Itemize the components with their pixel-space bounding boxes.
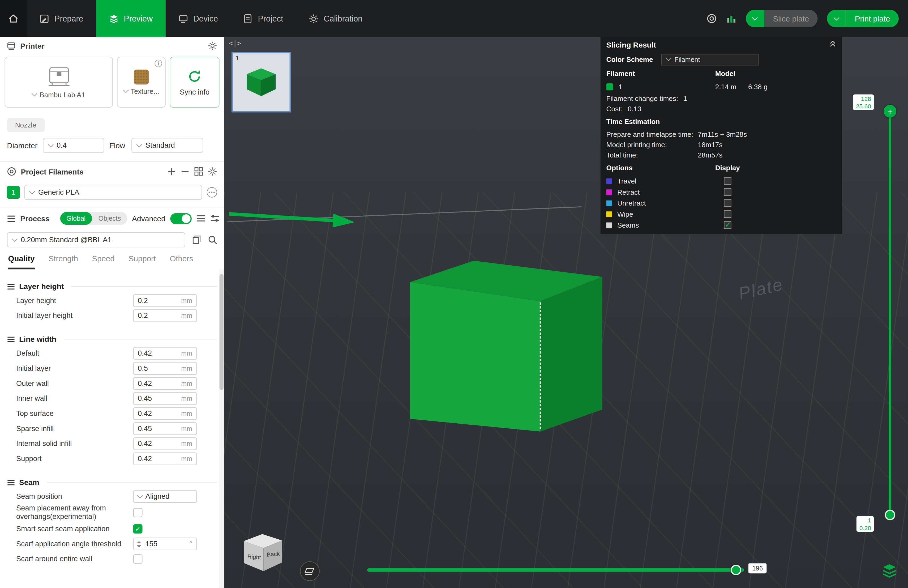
setting-row: Scarf application angle threshold 155°	[0, 536, 224, 552]
setting-row: Layer height 0.2mm	[0, 293, 224, 308]
tab-quality[interactable]: Quality	[8, 255, 35, 269]
setting-checkbox[interactable]	[133, 554, 143, 564]
filaments-section-header: Project Filaments	[0, 162, 224, 181]
target-icon[interactable]	[707, 13, 717, 24]
tab-speed[interactable]: Speed	[92, 255, 114, 269]
scrollbar-track[interactable]	[219, 269, 224, 588]
option-checkbox[interactable]	[724, 221, 731, 229]
remove-filament-icon[interactable]	[181, 167, 190, 176]
option-checkbox[interactable]	[724, 177, 731, 185]
collapse-panel-icon[interactable]: <|>	[229, 39, 241, 48]
model-cube[interactable]	[398, 251, 618, 443]
setting-value: 0.42	[138, 455, 178, 463]
tab-others[interactable]: Others	[170, 255, 193, 269]
print-plate-button[interactable]: Print plate	[827, 10, 899, 27]
preset-row: 0.20mm Standard @BBL A1	[0, 229, 224, 248]
timeline-slider-track[interactable]	[367, 568, 744, 572]
setting-value: 0.45	[138, 425, 178, 433]
tab-device[interactable]: Device	[166, 0, 231, 37]
setting-input[interactable]: 0.42mm	[133, 377, 197, 390]
plate-info-icon[interactable]: i	[155, 60, 162, 67]
tune-sliders-icon[interactable]	[210, 214, 219, 222]
spinner-arrows-icon[interactable]	[137, 541, 142, 547]
nozzle-tab[interactable]: Nozzle	[7, 118, 44, 132]
option-label: Retract	[617, 188, 724, 196]
setting-label: Scarf around entire wall	[16, 554, 133, 563]
tab-preview[interactable]: Preview	[96, 0, 166, 37]
settings-group-header: Layer height	[0, 276, 224, 293]
setting-input[interactable]: 0.2mm	[133, 309, 197, 322]
option-checkbox[interactable]	[724, 210, 731, 218]
printer-image	[46, 66, 72, 88]
filament-select[interactable]: Generic PLA	[24, 185, 202, 200]
printer-cards: Bambu Lab A1 i Texture... Sync info	[0, 55, 224, 108]
setting-input[interactable]: 0.2mm	[133, 294, 197, 307]
option-checkbox[interactable]	[724, 188, 731, 196]
tab-support[interactable]: Support	[129, 255, 156, 269]
plate-settings-button[interactable]	[300, 561, 320, 581]
printer-select-chevron-icon	[32, 90, 38, 97]
printer-settings-gear-icon[interactable]	[208, 41, 217, 50]
setting-input[interactable]: 0.42mm	[133, 347, 197, 359]
filament-palette-icon[interactable]	[194, 167, 203, 176]
setting-row: Top surface 0.42mm	[0, 406, 224, 421]
tab-strength[interactable]: Strength	[48, 255, 78, 269]
viewport-3d[interactable]: Plate <|> 1 Right Back	[224, 37, 908, 588]
print-dropdown-chevron-icon[interactable]	[827, 10, 845, 27]
setting-input[interactable]: 0.42mm	[133, 452, 197, 465]
timeline-slider-handle[interactable]	[731, 565, 741, 575]
tab-prepare[interactable]: Prepare	[27, 0, 96, 37]
setting-unit: °	[189, 540, 192, 548]
cube-front-face	[410, 282, 540, 432]
tab-calibration[interactable]: Calibration	[296, 0, 375, 37]
home-button[interactable]	[0, 0, 27, 37]
advanced-toggle[interactable]	[170, 213, 192, 224]
settings-group-icon	[7, 479, 15, 486]
setting-input[interactable]: 0.45mm	[133, 422, 197, 435]
setting-input[interactable]: 0.5mm	[133, 362, 197, 375]
scope-global-button[interactable]: Global	[60, 212, 92, 225]
stats-icon[interactable]	[726, 13, 736, 24]
change-times-label: Filament change times:	[606, 95, 678, 103]
filament-more-icon[interactable]: •••	[207, 187, 217, 197]
slice-dropdown-chevron-icon[interactable]	[746, 10, 765, 27]
slice-plate-button[interactable]: Slice plate	[746, 10, 818, 27]
setting-input[interactable]: 0.42mm	[133, 407, 197, 420]
flow-select[interactable]: Standard	[132, 138, 203, 153]
color-scheme-select[interactable]: Filament	[661, 54, 758, 65]
layer-top-height: 25.60	[856, 102, 871, 110]
process-preset-select[interactable]: 0.20mm Standard @BBL A1	[7, 232, 185, 248]
plate-type-card[interactable]: i Texture...	[117, 57, 166, 108]
topbar-right-controls: Slice plate Print plate	[707, 0, 908, 37]
layer-slider-bottom-handle[interactable]	[885, 510, 895, 520]
setting-input[interactable]: 0.42mm	[133, 437, 197, 450]
setting-checkbox[interactable]	[133, 524, 143, 533]
layers-view-icon[interactable]	[882, 563, 897, 578]
orientation-cube[interactable]: Right Back	[233, 530, 288, 581]
scrollbar-thumb[interactable]	[220, 274, 224, 390]
layer-slider-track[interactable]	[889, 111, 891, 515]
setting-label: Support	[16, 454, 133, 463]
timeline-slider[interactable]	[367, 565, 744, 575]
layer-slider-top-handle[interactable]: +	[884, 105, 896, 118]
add-filament-icon[interactable]	[167, 167, 176, 176]
preset-page-icon[interactable]	[192, 235, 201, 245]
time-row: Prepare and timelapse time: 7m11s + 3m28…	[601, 129, 842, 139]
setting-row: Seam placement away from overhangs(exper…	[0, 504, 224, 521]
filament-settings-gear-icon[interactable]	[208, 167, 217, 176]
sync-info-button[interactable]: Sync info	[170, 57, 219, 108]
setting-select[interactable]: Aligned	[133, 490, 197, 503]
setting-spinner[interactable]: 155°	[133, 538, 197, 550]
plate-thumbnail[interactable]: 1	[232, 52, 290, 112]
preset-search-icon[interactable]	[208, 235, 217, 245]
scope-objects-button[interactable]: Objects	[92, 212, 127, 225]
setting-checkbox[interactable]	[133, 508, 143, 517]
list-view-icon[interactable]	[196, 214, 206, 222]
printer-card[interactable]: Bambu Lab A1	[5, 57, 113, 108]
panel-collapse-icon[interactable]	[829, 40, 836, 49]
diameter-select[interactable]: 0.4	[43, 138, 104, 153]
display-option-row: Wipe	[601, 208, 842, 219]
option-checkbox[interactable]	[724, 199, 731, 207]
tab-project[interactable]: Project	[231, 0, 296, 37]
setting-input[interactable]: 0.45mm	[133, 392, 197, 405]
